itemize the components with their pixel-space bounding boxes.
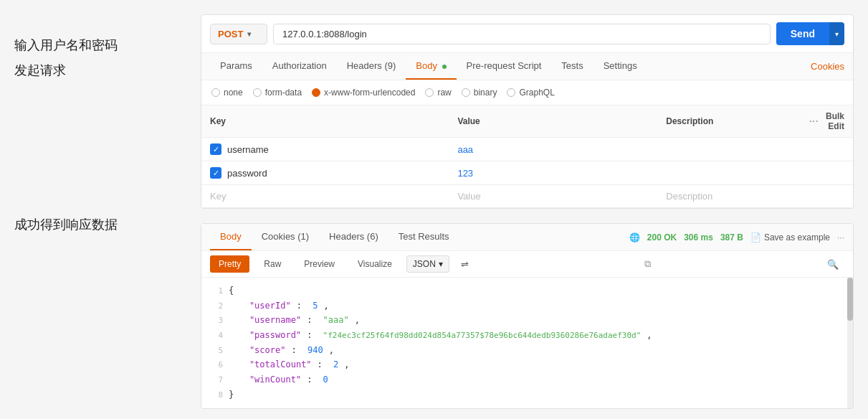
row1-key-cell: ✓ username	[201, 138, 449, 161]
row1-description-cell	[657, 138, 801, 161]
body-option-none[interactable]: none	[211, 88, 243, 98]
send-dropdown-button[interactable]: ▾	[829, 22, 844, 45]
body-options: none form-data x-www-form-urlencoded raw…	[201, 80, 853, 105]
format-chevron-icon: ▾	[439, 259, 443, 269]
body-option-raw[interactable]: raw	[425, 88, 451, 98]
radio-raw-icon	[425, 88, 434, 97]
sub-tab-preview[interactable]: Preview	[295, 255, 343, 273]
row2-key-cell: ✓ password	[201, 161, 449, 185]
radio-binary-icon	[462, 88, 470, 97]
bottom-left-label: 成功得到响应数据	[14, 215, 186, 235]
response-meta: 🌐 200 OK 306 ms 387 B 📄 Save as example …	[629, 232, 844, 243]
empty-key-cell[interactable]: Key	[201, 185, 449, 208]
scrollbar-thumb[interactable]	[847, 278, 853, 321]
params-table: Key Value Description ··· Bulk Edit	[201, 105, 853, 208]
table-row: ✓ password 123	[201, 161, 853, 185]
format-select[interactable]: JSON ▾	[406, 255, 449, 273]
json-line-8: 8 }	[210, 387, 844, 402]
empty-description-cell[interactable]: Description	[657, 185, 801, 208]
col-bulk-edit-header: ··· Bulk Edit	[801, 105, 853, 138]
json-line-6: 6 "totalCount" : 2 ,	[210, 357, 844, 372]
empty-actions-cell	[801, 185, 853, 208]
body-option-urlencoded[interactable]: x-www-form-urlencoded	[312, 88, 415, 98]
sub-tab-visualize[interactable]: Visualize	[349, 255, 401, 273]
radio-urlencoded-icon	[312, 88, 320, 97]
col-value-header: Value	[449, 105, 657, 138]
tab-tests[interactable]: Tests	[551, 53, 593, 80]
radio-form-data-icon	[253, 88, 262, 97]
json-view: 1 { 2 "userId" : 5 , 3 "username" :	[201, 278, 853, 408]
tab-pre-request-script[interactable]: Pre-request Script	[457, 53, 552, 80]
row1-value-cell: aaa	[449, 138, 657, 161]
response-time: 306 ms	[684, 232, 713, 243]
sub-tab-pretty[interactable]: Pretty	[210, 255, 249, 273]
url-bar: POST ▾ Send ▾	[201, 15, 853, 53]
save-example-link[interactable]: 📄 Save as example	[750, 232, 830, 243]
url-input[interactable]	[273, 24, 771, 44]
table-row: ✓ username aaa	[201, 138, 853, 161]
table-row-empty: Key Value Description	[201, 185, 853, 208]
globe-icon: 🌐	[629, 232, 640, 243]
search-icon[interactable]: 🔍	[821, 256, 844, 273]
json-line-7: 7 "winCount" : 0	[210, 372, 844, 387]
scrollbar[interactable]	[847, 278, 853, 408]
response-tab-headers[interactable]: Headers (6)	[319, 224, 388, 250]
empty-value-cell[interactable]: Value	[449, 185, 657, 208]
main-container: 输入用户名和密码 发起请求 成功得到响应数据 POST ▾ Send ▾	[0, 0, 868, 419]
response-more-options-icon[interactable]: ···	[837, 232, 844, 243]
row2-value-cell: 123	[449, 161, 657, 185]
col-key-header: Key	[201, 105, 449, 138]
col-description-header: Description	[657, 105, 801, 138]
row2-description-cell	[657, 161, 801, 185]
sub-tab-raw[interactable]: Raw	[255, 255, 290, 273]
response-tab-test-results[interactable]: Test Results	[388, 224, 459, 250]
bulk-edit-dots-icon: ···	[809, 116, 819, 126]
radio-graphql-icon	[507, 88, 515, 97]
request-tabs-bar: Params Authorization Headers (9) Body Pr…	[201, 53, 853, 80]
row2-checkbox[interactable]: ✓	[210, 167, 221, 179]
method-label: POST	[218, 29, 243, 39]
top-left-label-2: 发起请求	[14, 61, 186, 80]
method-chevron-icon: ▾	[247, 30, 251, 38]
copy-icon[interactable]: ⧉	[639, 255, 657, 273]
response-tab-cookies[interactable]: Cookies (1)	[252, 224, 319, 250]
response-tab-body[interactable]: Body	[210, 224, 252, 250]
cookies-link[interactable]: Cookies	[811, 61, 844, 72]
json-line-2: 2 "userId" : 5 ,	[210, 298, 844, 314]
request-panel: POST ▾ Send ▾ Params Authorization He	[201, 14, 854, 209]
tab-headers[interactable]: Headers (9)	[337, 53, 406, 80]
response-tabs-bar: Body Cookies (1) Headers (6) Test Result…	[201, 224, 853, 251]
body-option-graphql[interactable]: GraphQL	[507, 88, 554, 98]
status-code-badge: 200 OK	[647, 232, 677, 243]
top-left-label-1: 输入用户名和密码	[14, 36, 186, 55]
body-option-form-data[interactable]: form-data	[253, 88, 302, 98]
row1-checkbox[interactable]: ✓	[210, 143, 221, 155]
send-button[interactable]: Send	[776, 22, 829, 45]
json-line-4: 4 "password" : "f24ec3cf25f64fd98dd024d8…	[210, 328, 844, 343]
response-panel: Body Cookies (1) Headers (6) Test Result…	[201, 223, 854, 409]
tab-settings[interactable]: Settings	[593, 53, 647, 80]
json-line-3: 3 "username" : "aaa" ,	[210, 313, 844, 328]
save-icon: 📄	[750, 232, 761, 243]
body-option-binary[interactable]: binary	[462, 88, 497, 98]
left-panel: 输入用户名和密码 发起请求 成功得到响应数据	[0, 14, 201, 409]
body-active-dot	[442, 65, 447, 69]
filter-icon[interactable]: ⇌	[455, 256, 474, 273]
tab-authorization[interactable]: Authorization	[262, 53, 337, 80]
response-body-wrapper: 1 { 2 "userId" : 5 , 3 "username" :	[201, 278, 853, 408]
json-line-5: 5 "score" : 940 ,	[210, 343, 844, 358]
radio-none-icon	[211, 88, 220, 97]
response-size: 387 B	[720, 232, 743, 243]
row2-actions-cell	[801, 161, 853, 185]
json-line-1: 1 {	[210, 283, 844, 298]
right-panel: POST ▾ Send ▾ Params Authorization He	[201, 14, 868, 409]
tab-body[interactable]: Body	[406, 53, 456, 80]
send-button-group: Send ▾	[776, 22, 844, 45]
response-sub-bar: Pretty Raw Preview Visualize JSON ▾ ⇌ ⧉ …	[201, 251, 853, 278]
tab-params[interactable]: Params	[210, 53, 262, 80]
method-select[interactable]: POST ▾	[210, 24, 267, 44]
row1-actions-cell	[801, 138, 853, 161]
